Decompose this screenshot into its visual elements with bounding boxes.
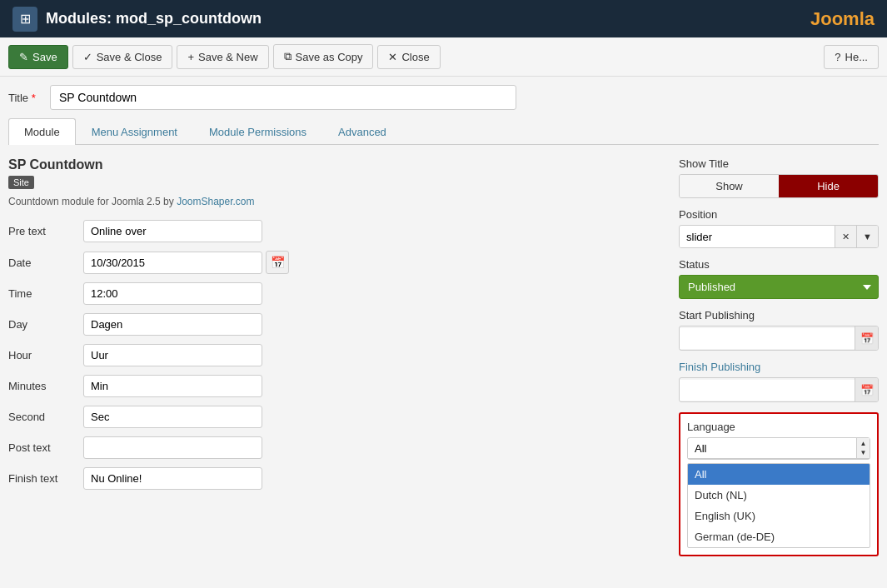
pre-text-input[interactable]: [83, 220, 262, 242]
time-row: Time: [8, 282, 662, 305]
finish-publishing-wrapper: 📅: [679, 377, 879, 402]
start-publishing-section: Start Publishing 📅: [679, 309, 879, 351]
title-label: Title *: [8, 92, 42, 104]
save-button[interactable]: ✎ Save: [8, 45, 68, 69]
save-copy-button[interactable]: ⧉ Save as Copy: [273, 44, 374, 69]
status-section: Status Published Unpublished Trashed: [679, 258, 879, 299]
position-clear-button[interactable]: ✕: [835, 226, 856, 247]
language-option-dutch[interactable]: Dutch (NL): [688, 485, 870, 506]
start-publishing-wrapper: 📅: [679, 326, 879, 351]
close-icon: ✕: [388, 51, 397, 63]
finish-text-input[interactable]: [83, 467, 262, 490]
joomshaper-link[interactable]: JoomShaper.com: [177, 196, 254, 207]
position-input[interactable]: [680, 227, 835, 247]
minutes-row: Minutes: [8, 375, 662, 397]
hide-button[interactable]: Hide: [779, 175, 878, 197]
language-options-list: All Dutch (NL) English (UK) German (de-D…: [687, 463, 870, 548]
page-title: Modules: mod_sp_countdown: [46, 10, 810, 27]
language-section: Language ▲ ▼ All Dutch (NL) Englis: [679, 412, 879, 556]
scroll-down-arrow: ▼: [860, 448, 867, 457]
finish-text-label: Finish text: [8, 472, 83, 485]
language-option-english[interactable]: English (UK): [688, 506, 870, 526]
second-label: Second: [8, 411, 83, 423]
tab-module-permissions[interactable]: Module Permissions: [193, 118, 322, 145]
hour-input[interactable]: [83, 344, 262, 366]
position-wrapper: ✕ ▼: [679, 225, 879, 248]
time-label: Time: [8, 287, 83, 300]
joomla-logo: Joomla: [810, 8, 875, 30]
toolbar: ✎ Save ✓ Save & Close + Save & New ⧉ Sav…: [0, 37, 887, 77]
post-text-input[interactable]: [83, 436, 262, 459]
second-row: Second: [8, 406, 662, 428]
date-input[interactable]: [83, 252, 262, 274]
finish-publishing-calendar-button[interactable]: 📅: [855, 378, 878, 401]
site-badge: Site: [8, 176, 34, 189]
save-new-button[interactable]: + Save & New: [177, 45, 268, 69]
language-option-all[interactable]: All: [688, 464, 870, 485]
save-close-button[interactable]: ✓ Save & Close: [72, 45, 173, 69]
two-col-layout: SP Countdown Site Countdown module for J…: [8, 157, 879, 556]
header: ⊞ Modules: mod_sp_countdown Joomla: [0, 0, 887, 37]
title-input[interactable]: [50, 85, 516, 110]
finish-text-row: Finish text: [8, 467, 662, 490]
language-value-row: ▲ ▼: [688, 438, 870, 459]
module-description: Countdown module for Joomla 2.5 by JoomS…: [8, 196, 662, 207]
finish-publishing-label: Finish Publishing: [679, 361, 879, 373]
date-label: Date: [8, 257, 83, 269]
module-title: SP Countdown: [8, 157, 662, 172]
title-row: Title *: [8, 85, 879, 110]
position-section: Position ✕ ▼: [679, 208, 879, 248]
close-button[interactable]: ✕ Close: [377, 45, 440, 69]
show-title-label: Show Title: [679, 157, 879, 170]
start-publishing-calendar-button[interactable]: 📅: [855, 326, 878, 350]
hour-row: Hour: [8, 344, 662, 366]
start-publishing-input[interactable]: [680, 328, 855, 349]
position-label: Position: [679, 208, 879, 221]
save-icon: ✎: [19, 51, 28, 63]
language-value-input[interactable]: [688, 439, 856, 458]
show-hide-toggle: Show Hide: [679, 174, 879, 198]
minutes-label: Minutes: [8, 380, 83, 392]
language-scrollbar[interactable]: ▲ ▼: [856, 438, 870, 458]
status-label: Status: [679, 258, 879, 271]
day-input[interactable]: [83, 313, 262, 336]
content: Title * Module Menu Assignment Module Pe…: [0, 77, 887, 565]
copy-icon: ⧉: [284, 50, 292, 63]
module-icon: ⊞: [12, 7, 37, 32]
calendar-button[interactable]: 📅: [266, 251, 289, 274]
time-input[interactable]: [83, 282, 262, 305]
language-option-german[interactable]: German (de-DE): [688, 526, 870, 547]
date-wrapper: 📅: [83, 251, 289, 274]
show-button[interactable]: Show: [680, 175, 779, 197]
plus-icon: +: [187, 51, 194, 63]
date-row: Date 📅: [8, 251, 662, 274]
day-row: Day: [8, 313, 662, 336]
position-dropdown-button[interactable]: ▼: [856, 226, 878, 247]
post-text-row: Post text: [8, 436, 662, 459]
pre-text-row: Pre text: [8, 220, 662, 242]
help-button[interactable]: ? He...: [824, 45, 879, 69]
post-text-label: Post text: [8, 441, 83, 454]
check-icon: ✓: [83, 51, 92, 63]
position-icons: ✕ ▼: [835, 226, 878, 247]
scroll-up-arrow: ▲: [860, 439, 867, 448]
left-column: SP Countdown Site Countdown module for J…: [8, 157, 662, 556]
language-label: Language: [687, 421, 870, 433]
status-select[interactable]: Published Unpublished Trashed: [679, 275, 879, 299]
hour-label: Hour: [8, 349, 83, 361]
start-publishing-label: Start Publishing: [679, 309, 879, 321]
finish-publishing-section: Finish Publishing 📅: [679, 361, 879, 402]
second-input[interactable]: [83, 406, 262, 428]
right-column: Show Title Show Hide Position ✕ ▼: [679, 157, 879, 556]
help-icon: ?: [835, 51, 840, 63]
language-select-box: ▲ ▼: [687, 437, 870, 460]
finish-publishing-input[interactable]: [680, 380, 855, 401]
tab-menu-assignment[interactable]: Menu Assignment: [76, 118, 193, 145]
minutes-input[interactable]: [83, 375, 262, 397]
pre-text-label: Pre text: [8, 225, 83, 237]
show-title-section: Show Title Show Hide: [679, 157, 879, 198]
tab-module[interactable]: Module: [8, 118, 76, 145]
tab-advanced[interactable]: Advanced: [322, 118, 402, 145]
tab-bar: Module Menu Assignment Module Permission…: [8, 118, 879, 145]
day-label: Day: [8, 318, 83, 331]
